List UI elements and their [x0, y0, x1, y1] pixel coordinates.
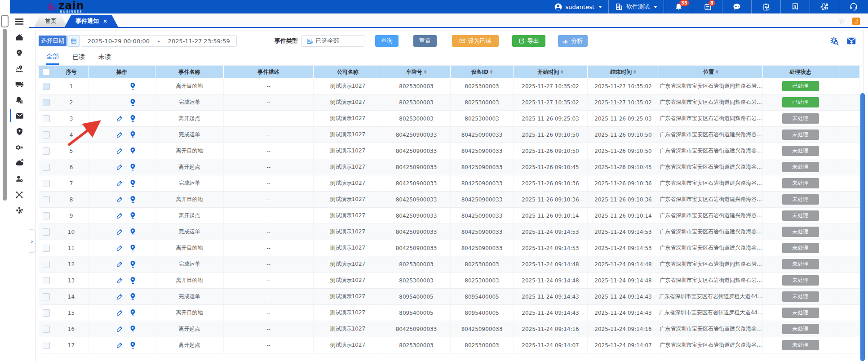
sidebar-item-security[interactable] [10, 124, 29, 139]
billing-button[interactable] [781, 0, 810, 13]
location-pin-icon[interactable] [129, 309, 136, 317]
header-checkbox[interactable] [39, 66, 54, 78]
export-button[interactable]: 导出 [512, 35, 545, 47]
location-pin-icon[interactable] [129, 341, 136, 349]
row-checkbox[interactable] [39, 159, 54, 175]
tab-event-notice[interactable]: 事件通知 × [65, 15, 118, 27]
location-pin-icon[interactable] [129, 115, 136, 122]
sidebar-item-vehicles[interactable] [10, 76, 29, 92]
calendar-picker-button[interactable] [67, 35, 80, 47]
mail-export-button[interactable] [846, 36, 856, 46]
messages-button[interactable] [722, 0, 751, 13]
user-menu[interactable]: sudantest [548, 0, 608, 13]
edit-icon[interactable] [116, 180, 123, 187]
location-pin-icon[interactable] [129, 147, 136, 155]
date-range-input[interactable]: 2025-10-29 00:00:00 - 2025-11-27 23:59:5… [81, 35, 237, 47]
row-checkbox[interactable] [39, 111, 54, 126]
edit-icon[interactable] [116, 228, 123, 235]
plugins-button[interactable] [810, 0, 839, 13]
tasks-button[interactable] [752, 0, 780, 13]
sidebar-item-task-flow[interactable] [10, 139, 29, 155]
location-pin-icon[interactable] [129, 228, 136, 236]
subtab-all[interactable]: 全部 [46, 53, 59, 65]
sidebar-item-iot[interactable] [10, 155, 29, 171]
sidebar-item-apps[interactable] [10, 202, 29, 218]
column-settings-button[interactable] [829, 36, 839, 46]
sidebar-item-home[interactable] [10, 29, 29, 45]
edit-icon[interactable] [116, 115, 123, 122]
query-button[interactable]: 查询 [375, 35, 399, 47]
analyze-button[interactable]: 分析 [558, 35, 588, 47]
subtab-read[interactable]: 已读 [72, 53, 85, 64]
sort-icon[interactable]: ▲▼ [424, 70, 426, 74]
favorite-star-icon[interactable]: ☆ [838, 18, 845, 25]
event-type-select[interactable]: 已选全部 [301, 35, 364, 47]
row-checkbox[interactable] [39, 305, 54, 321]
location-pin-icon[interactable] [129, 293, 136, 300]
edit-icon[interactable] [116, 309, 123, 316]
cell-status: 未处理 [763, 240, 838, 256]
edit-icon[interactable] [116, 277, 123, 284]
row-checkbox[interactable] [39, 78, 54, 94]
edit-icon[interactable] [116, 245, 123, 251]
row-checkbox[interactable] [39, 337, 54, 353]
subtab-unread[interactable]: 未读 [98, 53, 111, 64]
row-checkbox[interactable] [39, 321, 54, 337]
sidebar-menu-toggle[interactable] [10, 13, 29, 29]
location-pin-icon[interactable] [129, 260, 136, 268]
sort-icon[interactable]: ▲▼ [633, 70, 636, 74]
edit-icon[interactable] [116, 342, 123, 349]
row-checkbox[interactable] [39, 143, 54, 159]
location-pin-icon[interactable] [129, 277, 136, 284]
schedule-button[interactable]: 8 [693, 0, 722, 13]
location-pin-icon[interactable] [129, 131, 136, 139]
org-menu[interactable]: 软件测试 [609, 0, 664, 13]
location-pin-icon[interactable] [129, 82, 136, 90]
location-pin-icon[interactable] [129, 244, 136, 252]
location-pin-icon[interactable] [129, 179, 136, 187]
edit-icon[interactable] [116, 293, 123, 300]
sidebar-item-map-track[interactable] [10, 61, 29, 76]
sidebar-item-event-notice[interactable] [10, 108, 29, 124]
collapse-orange-icon[interactable] [852, 18, 860, 25]
edit-icon[interactable] [116, 131, 123, 138]
scrollbar-thumb[interactable] [3, 29, 7, 201]
sidebar-item-user-settings[interactable] [10, 171, 29, 187]
sort-icon[interactable]: ▲▼ [716, 70, 718, 74]
sort-icon[interactable]: ▲▼ [490, 70, 492, 74]
row-checkbox[interactable] [39, 240, 54, 256]
row-checkbox[interactable] [39, 289, 54, 304]
edit-icon[interactable] [116, 261, 123, 268]
row-checkbox[interactable] [39, 94, 54, 110]
sort-icon[interactable]: ▲▼ [561, 70, 563, 74]
reset-button[interactable]: 重置 [413, 35, 437, 47]
mark-read-button[interactable]: 设为已读 [452, 35, 499, 47]
location-pin-icon[interactable] [129, 325, 136, 333]
location-pin-icon[interactable] [129, 196, 136, 203]
edit-icon[interactable] [116, 326, 123, 332]
sidebar-item-alarm-report[interactable] [10, 92, 29, 108]
notifications-button[interactable]: 35 [664, 0, 693, 13]
panel-expander[interactable]: › [29, 229, 35, 253]
row-checkbox[interactable] [39, 224, 54, 240]
sidebar-item-network[interactable] [10, 187, 29, 202]
row-checkbox[interactable] [39, 256, 54, 272]
edit-icon[interactable] [116, 147, 123, 154]
row-checkbox[interactable] [39, 192, 54, 207]
date-range-label[interactable]: 选择日期 [39, 36, 66, 46]
edit-icon[interactable] [116, 212, 123, 219]
tab-home[interactable]: 首页 [34, 15, 67, 27]
sidebar-item-monitoring[interactable] [10, 45, 29, 61]
row-checkbox[interactable] [39, 175, 54, 191]
row-checkbox[interactable] [39, 127, 54, 143]
location-pin-icon[interactable] [129, 163, 136, 171]
support-button[interactable] [839, 0, 868, 13]
location-pin-icon[interactable] [129, 212, 136, 219]
table-scrollbar[interactable] [860, 93, 865, 361]
row-checkbox[interactable] [39, 273, 54, 288]
row-checkbox[interactable] [39, 208, 54, 223]
edit-icon[interactable] [116, 196, 123, 203]
edit-icon[interactable] [116, 164, 123, 170]
location-pin-icon[interactable] [129, 98, 136, 106]
tab-close-icon[interactable]: × [103, 18, 107, 24]
